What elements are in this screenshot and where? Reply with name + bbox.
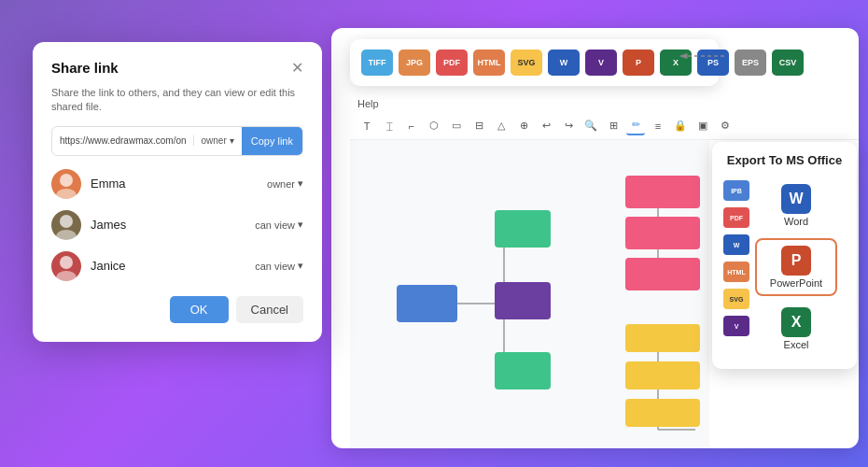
copy-link-button[interactable]: Copy link [242, 127, 302, 155]
ok-button[interactable]: OK [170, 296, 229, 323]
share-link-modal: Share link ✕ Share the link to others, a… [33, 42, 322, 342]
user-role-james[interactable]: can view ▾ [255, 219, 303, 231]
user-role-emma[interactable]: owner ▾ [267, 177, 303, 190]
user-row-janice: Janice can view ▾ [51, 251, 303, 281]
user-role-label-janice: can view [255, 261, 295, 272]
svg-point-18 [56, 189, 77, 199]
link-role-label: owner [202, 135, 227, 146]
chevron-down-icon-emma: ▾ [298, 177, 303, 190]
user-row-james: James can view ▾ [51, 210, 303, 240]
modal-title: Share link [51, 60, 119, 76]
svg-point-22 [56, 271, 77, 281]
modal-actions: OK Cancel [51, 296, 303, 323]
avatar-emma [51, 169, 81, 199]
avatar-james [51, 210, 81, 240]
chevron-down-icon-james: ▾ [298, 219, 303, 231]
svg-point-19 [60, 215, 73, 228]
svg-point-21 [60, 256, 73, 269]
user-role-janice[interactable]: can view ▾ [255, 260, 303, 272]
cancel-button[interactable]: Cancel [236, 296, 303, 323]
chevron-down-icon-janice: ▾ [298, 260, 303, 272]
svg-point-20 [56, 230, 77, 240]
chevron-down-icon: ▾ [230, 135, 234, 146]
modal-overlay: Share link ✕ Share the link to others, a… [0, 0, 868, 467]
link-row: owner ▾ Copy link [51, 126, 303, 156]
modal-description: Share the link to others, and they can v… [51, 86, 303, 115]
user-role-label-james: can view [255, 219, 295, 231]
modal-header: Share link ✕ [51, 59, 303, 77]
user-role-label-emma: owner [267, 178, 295, 190]
user-name-janice: Janice [91, 259, 255, 273]
avatar-janice [51, 251, 81, 281]
link-role-selector[interactable]: owner ▾ [193, 135, 242, 146]
link-input[interactable] [52, 135, 193, 146]
svg-point-17 [60, 174, 73, 187]
user-row-emma: Emma owner ▾ [51, 169, 303, 199]
user-name-james: James [91, 218, 255, 232]
user-name-emma: Emma [91, 177, 267, 191]
modal-close-button[interactable]: ✕ [291, 59, 303, 77]
